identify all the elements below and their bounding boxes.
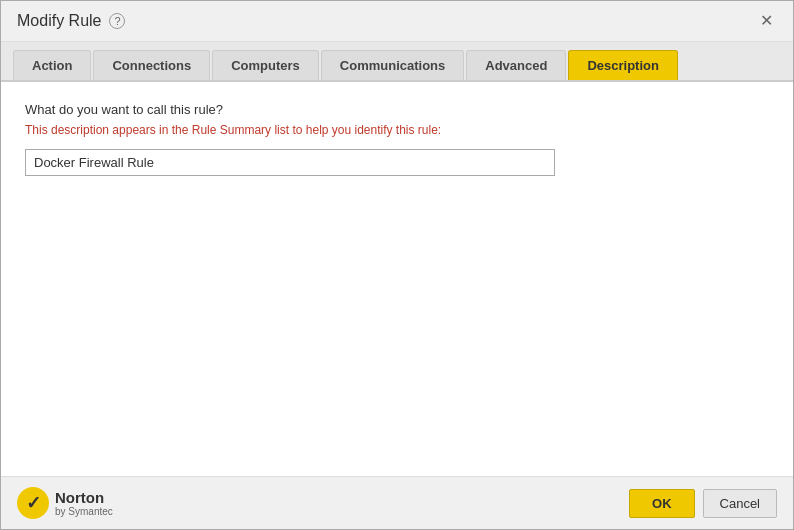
tab-action[interactable]: Action xyxy=(13,50,91,80)
rule-name-input[interactable] xyxy=(25,149,555,176)
norton-sub-label: by Symantec xyxy=(55,506,113,517)
dialog-title: Modify Rule xyxy=(17,12,101,30)
tab-description[interactable]: Description xyxy=(568,50,678,80)
description-hint: This description appears in the Rule Sum… xyxy=(25,123,769,137)
cancel-button[interactable]: Cancel xyxy=(703,489,777,518)
norton-checkmark-icon: ✓ xyxy=(17,487,49,519)
close-button[interactable]: ✕ xyxy=(756,11,777,31)
content-area: What do you want to call this rule? This… xyxy=(1,82,793,476)
tab-connections[interactable]: Connections xyxy=(93,50,210,80)
tab-advanced[interactable]: Advanced xyxy=(466,50,566,80)
tab-computers[interactable]: Computers xyxy=(212,50,319,80)
ok-button[interactable]: OK xyxy=(629,489,695,518)
question-text: What do you want to call this rule? xyxy=(25,102,769,117)
title-bar: Modify Rule ? ✕ xyxy=(1,1,793,42)
norton-text-block: Norton by Symantec xyxy=(55,489,113,517)
title-bar-left: Modify Rule ? xyxy=(17,12,125,30)
norton-logo: ✓ Norton by Symantec xyxy=(17,487,113,519)
tab-communications[interactable]: Communications xyxy=(321,50,464,80)
footer: ✓ Norton by Symantec OK Cancel xyxy=(1,476,793,529)
norton-brand-label: Norton xyxy=(55,489,113,506)
footer-buttons: OK Cancel xyxy=(629,489,777,518)
tab-bar: Action Connections Computers Communicati… xyxy=(1,42,793,82)
help-icon[interactable]: ? xyxy=(109,13,125,29)
modify-rule-dialog: Modify Rule ? ✕ Action Connections Compu… xyxy=(0,0,794,530)
